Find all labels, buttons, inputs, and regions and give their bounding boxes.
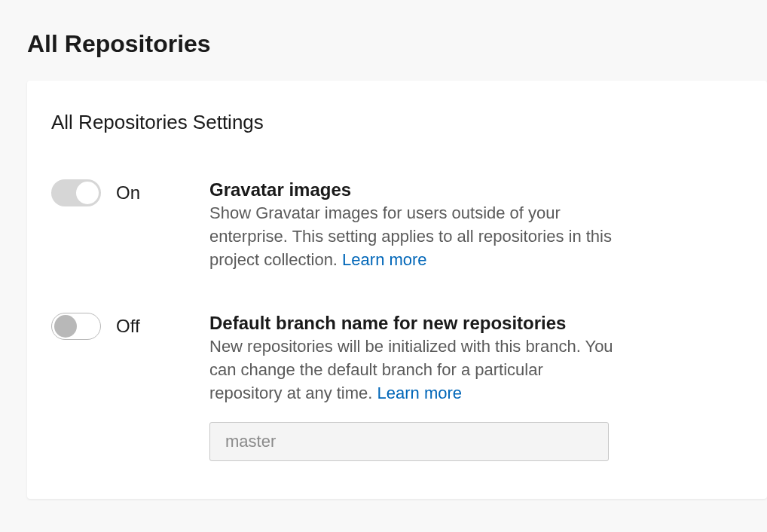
- toggle-knob-icon: [54, 315, 77, 338]
- toggle-knob-icon: [76, 182, 99, 204]
- gravatar-content: Gravatar images Show Gravatar images for…: [209, 179, 616, 271]
- gravatar-toggle-label: On: [116, 182, 140, 203]
- default-branch-toggle-area: Off: [51, 313, 209, 340]
- default-branch-title: Default branch name for new repositories: [209, 313, 616, 334]
- default-branch-toggle-label: Off: [116, 316, 140, 337]
- settings-card: All Repositories Settings On Gravatar im…: [27, 81, 767, 499]
- gravatar-title: Gravatar images: [209, 179, 616, 200]
- default-branch-input[interactable]: [209, 422, 609, 461]
- default-branch-description: New repositories will be initialized wit…: [209, 335, 616, 405]
- card-title: All Repositories Settings: [51, 111, 743, 134]
- default-branch-toggle[interactable]: [51, 313, 101, 340]
- gravatar-toggle-area: On: [51, 179, 209, 206]
- gravatar-description: Show Gravatar images for users outside o…: [209, 202, 616, 271]
- default-branch-setting-row: Off Default branch name for new reposito…: [51, 313, 743, 460]
- page-title: All Repositories: [0, 0, 767, 81]
- gravatar-setting-row: On Gravatar images Show Gravatar images …: [51, 179, 743, 271]
- gravatar-learn-more-link[interactable]: Learn more: [342, 250, 427, 269]
- default-branch-content: Default branch name for new repositories…: [209, 313, 616, 460]
- gravatar-toggle[interactable]: [51, 179, 101, 206]
- default-branch-learn-more-link[interactable]: Learn more: [377, 384, 463, 402]
